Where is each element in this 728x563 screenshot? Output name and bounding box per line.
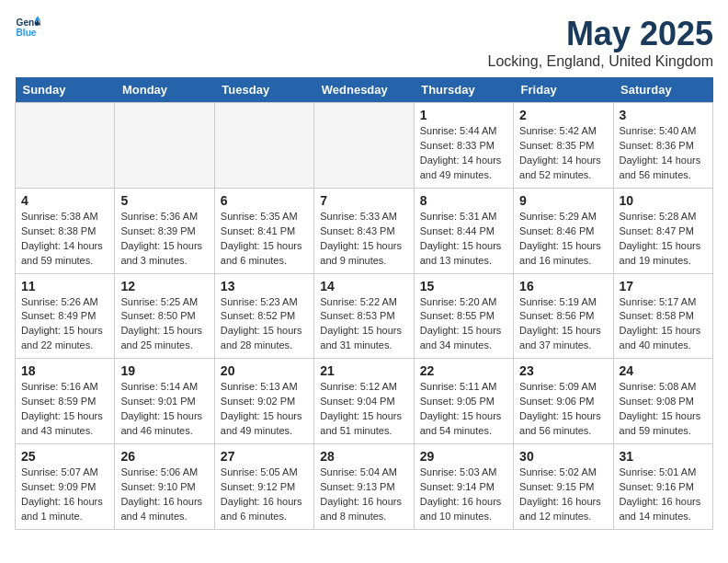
weekday-header-wednesday: Wednesday <box>314 77 414 103</box>
calendar-cell: 20Sunrise: 5:13 AMSunset: 9:02 PMDayligh… <box>214 359 313 444</box>
weekday-header-tuesday: Tuesday <box>214 77 313 103</box>
day-number: 3 <box>620 108 707 122</box>
day-number: 15 <box>420 279 507 293</box>
calendar-cell <box>16 103 115 189</box>
day-number: 11 <box>21 279 108 293</box>
weekday-header-friday: Friday <box>514 77 613 103</box>
calendar-cell <box>314 103 414 189</box>
location: Locking, England, United Kingdom <box>488 53 714 70</box>
calendar-cell: 2Sunrise: 5:42 AMSunset: 8:35 PMDaylight… <box>514 103 613 189</box>
day-number: 28 <box>320 449 407 464</box>
day-info: Sunrise: 5:20 AMSunset: 8:55 PMDaylight:… <box>420 295 507 354</box>
calendar-cell: 26Sunrise: 5:06 AMSunset: 9:10 PMDayligh… <box>115 444 214 530</box>
day-number: 9 <box>519 193 607 208</box>
calendar-cell <box>214 103 313 189</box>
week-row-2: 4Sunrise: 5:38 AMSunset: 8:38 PMDaylight… <box>16 188 713 273</box>
day-info: Sunrise: 5:33 AMSunset: 8:43 PMDaylight:… <box>320 210 407 269</box>
calendar-cell: 10Sunrise: 5:28 AMSunset: 8:47 PMDayligh… <box>613 188 712 273</box>
day-number: 30 <box>519 449 607 464</box>
day-info: Sunrise: 5:38 AMSunset: 8:38 PMDaylight:… <box>21 210 108 269</box>
day-number: 17 <box>620 279 707 293</box>
day-number: 31 <box>620 449 707 464</box>
day-number: 19 <box>120 363 208 378</box>
calendar-cell: 3Sunrise: 5:40 AMSunset: 8:36 PMDaylight… <box>613 103 712 189</box>
day-info: Sunrise: 5:36 AMSunset: 8:39 PMDaylight:… <box>120 210 208 269</box>
calendar-cell: 29Sunrise: 5:03 AMSunset: 9:14 PMDayligh… <box>414 444 513 530</box>
weekday-header-monday: Monday <box>115 77 214 103</box>
day-info: Sunrise: 5:03 AMSunset: 9:14 PMDaylight:… <box>420 465 507 524</box>
day-info: Sunrise: 5:31 AMSunset: 8:44 PMDaylight:… <box>420 210 507 269</box>
day-info: Sunrise: 5:23 AMSunset: 8:52 PMDaylight:… <box>221 295 308 354</box>
week-row-1: 1Sunrise: 5:44 AMSunset: 8:33 PMDaylight… <box>16 103 713 189</box>
day-number: 24 <box>620 363 707 378</box>
day-number: 10 <box>620 193 707 208</box>
title-block: May 2025 Locking, England, United Kingdo… <box>488 15 714 70</box>
calendar-cell: 12Sunrise: 5:25 AMSunset: 8:50 PMDayligh… <box>115 273 214 359</box>
day-number: 1 <box>420 108 507 122</box>
day-number: 2 <box>519 108 607 122</box>
weekday-header-sunday: Sunday <box>16 77 115 103</box>
calendar-cell: 24Sunrise: 5:08 AMSunset: 9:08 PMDayligh… <box>613 359 712 444</box>
calendar-cell: 5Sunrise: 5:36 AMSunset: 8:39 PMDaylight… <box>115 188 214 273</box>
day-info: Sunrise: 5:40 AMSunset: 8:36 PMDaylight:… <box>620 124 707 183</box>
month-title: May 2025 <box>488 15 714 53</box>
day-info: Sunrise: 5:09 AMSunset: 9:06 PMDaylight:… <box>519 380 607 439</box>
day-info: Sunrise: 5:08 AMSunset: 9:08 PMDaylight:… <box>620 380 707 439</box>
day-info: Sunrise: 5:17 AMSunset: 8:58 PMDaylight:… <box>620 295 707 354</box>
day-info: Sunrise: 5:02 AMSunset: 9:15 PMDaylight:… <box>519 465 607 524</box>
calendar-cell: 28Sunrise: 5:04 AMSunset: 9:13 PMDayligh… <box>314 444 414 530</box>
day-number: 21 <box>320 363 407 378</box>
week-row-4: 18Sunrise: 5:16 AMSunset: 8:59 PMDayligh… <box>16 359 713 444</box>
calendar-cell: 4Sunrise: 5:38 AMSunset: 8:38 PMDaylight… <box>16 188 115 273</box>
logo: General Blue <box>15 15 40 40</box>
day-info: Sunrise: 5:11 AMSunset: 9:05 PMDaylight:… <box>420 380 507 439</box>
weekday-header-thursday: Thursday <box>414 77 513 103</box>
day-number: 5 <box>120 193 208 208</box>
week-row-3: 11Sunrise: 5:26 AMSunset: 8:49 PMDayligh… <box>16 273 713 359</box>
day-number: 23 <box>519 363 607 378</box>
day-info: Sunrise: 5:22 AMSunset: 8:53 PMDaylight:… <box>320 295 407 354</box>
calendar-cell: 23Sunrise: 5:09 AMSunset: 9:06 PMDayligh… <box>514 359 613 444</box>
weekday-header-row: SundayMondayTuesdayWednesdayThursdayFrid… <box>16 77 713 103</box>
day-info: Sunrise: 5:13 AMSunset: 9:02 PMDaylight:… <box>221 380 308 439</box>
day-number: 8 <box>420 193 507 208</box>
calendar-cell: 17Sunrise: 5:17 AMSunset: 8:58 PMDayligh… <box>613 273 712 359</box>
calendar-cell: 6Sunrise: 5:35 AMSunset: 8:41 PMDaylight… <box>214 188 313 273</box>
day-number: 16 <box>519 279 607 293</box>
svg-text:Blue: Blue <box>17 28 37 38</box>
day-info: Sunrise: 5:29 AMSunset: 8:46 PMDaylight:… <box>519 210 607 269</box>
calendar-cell: 8Sunrise: 5:31 AMSunset: 8:44 PMDaylight… <box>414 188 513 273</box>
day-info: Sunrise: 5:28 AMSunset: 8:47 PMDaylight:… <box>620 210 707 269</box>
day-info: Sunrise: 5:16 AMSunset: 8:59 PMDaylight:… <box>21 380 108 439</box>
calendar-cell: 22Sunrise: 5:11 AMSunset: 9:05 PMDayligh… <box>414 359 513 444</box>
day-info: Sunrise: 5:44 AMSunset: 8:33 PMDaylight:… <box>420 124 507 183</box>
day-info: Sunrise: 5:42 AMSunset: 8:35 PMDaylight:… <box>519 124 607 183</box>
page-header: General Blue May 2025 Locking, England, … <box>15 15 713 70</box>
calendar-cell: 13Sunrise: 5:23 AMSunset: 8:52 PMDayligh… <box>214 273 313 359</box>
day-number: 26 <box>120 449 208 464</box>
calendar-table: SundayMondayTuesdayWednesdayThursdayFrid… <box>15 77 713 530</box>
day-number: 12 <box>120 279 208 293</box>
day-number: 7 <box>320 193 407 208</box>
day-info: Sunrise: 5:14 AMSunset: 9:01 PMDaylight:… <box>120 380 208 439</box>
day-info: Sunrise: 5:01 AMSunset: 9:16 PMDaylight:… <box>620 465 707 524</box>
day-info: Sunrise: 5:05 AMSunset: 9:12 PMDaylight:… <box>221 465 308 524</box>
calendar-cell: 18Sunrise: 5:16 AMSunset: 8:59 PMDayligh… <box>16 359 115 444</box>
day-info: Sunrise: 5:06 AMSunset: 9:10 PMDaylight:… <box>120 465 208 524</box>
calendar-cell: 19Sunrise: 5:14 AMSunset: 9:01 PMDayligh… <box>115 359 214 444</box>
day-number: 29 <box>420 449 507 464</box>
day-info: Sunrise: 5:19 AMSunset: 8:56 PMDaylight:… <box>519 295 607 354</box>
calendar-cell: 7Sunrise: 5:33 AMSunset: 8:43 PMDaylight… <box>314 188 414 273</box>
calendar-cell: 14Sunrise: 5:22 AMSunset: 8:53 PMDayligh… <box>314 273 414 359</box>
day-info: Sunrise: 5:12 AMSunset: 9:04 PMDaylight:… <box>320 380 407 439</box>
calendar-cell: 27Sunrise: 5:05 AMSunset: 9:12 PMDayligh… <box>214 444 313 530</box>
calendar-cell: 30Sunrise: 5:02 AMSunset: 9:15 PMDayligh… <box>514 444 613 530</box>
day-info: Sunrise: 5:35 AMSunset: 8:41 PMDaylight:… <box>221 210 308 269</box>
day-info: Sunrise: 5:04 AMSunset: 9:13 PMDaylight:… <box>320 465 407 524</box>
calendar-cell: 25Sunrise: 5:07 AMSunset: 9:09 PMDayligh… <box>16 444 115 530</box>
calendar-cell: 9Sunrise: 5:29 AMSunset: 8:46 PMDaylight… <box>514 188 613 273</box>
weekday-header-saturday: Saturday <box>613 77 712 103</box>
logo-icon: General Blue <box>15 15 40 40</box>
day-number: 4 <box>21 193 108 208</box>
calendar-cell: 21Sunrise: 5:12 AMSunset: 9:04 PMDayligh… <box>314 359 414 444</box>
